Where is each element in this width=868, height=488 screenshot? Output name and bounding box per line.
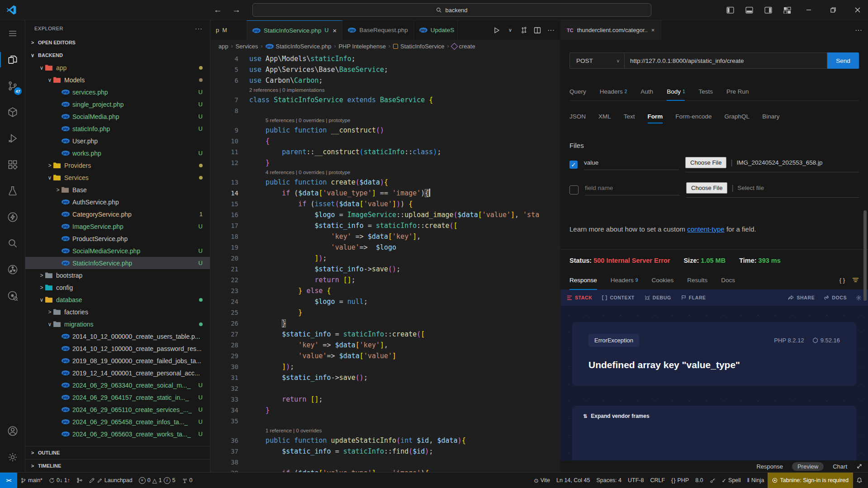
tree-file[interactable]: phpSocialMediaService.phpU <box>25 245 210 257</box>
ignition-docs-button[interactable]: DOCS <box>824 295 847 300</box>
editor-more-actions[interactable]: ··· <box>545 24 557 36</box>
toggle-sidebar-icon[interactable] <box>722 3 738 17</box>
open-changes-icon[interactable] <box>518 24 530 36</box>
tree-file[interactable]: php2024_06_29_065458_create_infos_ta..._… <box>25 416 210 428</box>
key-button[interactable] <box>707 473 719 488</box>
testing-icon[interactable] <box>0 178 25 204</box>
request-tab[interactable]: Headers2 <box>600 82 627 100</box>
cursor-position[interactable]: Ln 14, Col 45 <box>553 473 593 488</box>
tree-folder[interactable]: ∨Services <box>25 171 210 184</box>
run-code-button[interactable] <box>491 24 503 36</box>
run-debug-icon[interactable] <box>0 125 25 152</box>
content-type-link[interactable]: content-type <box>687 225 725 233</box>
ignition-tab-debug[interactable]: DEBUG <box>645 295 671 300</box>
explorer-icon[interactable] <box>0 47 25 73</box>
editor-tab[interactable]: phpBaseRequest.php <box>342 20 413 40</box>
timeline-section[interactable]: > TIMELINE <box>25 459 210 472</box>
format-json-icon[interactable]: { } <box>840 277 845 284</box>
toggle-secondary-sidebar-icon[interactable] <box>760 3 776 17</box>
tree-file[interactable]: php2014_10_12_100000_create_password_res… <box>25 342 210 355</box>
tree-file[interactable]: phpAuthService.php <box>25 196 210 208</box>
gitlens-icon[interactable] <box>0 283 25 309</box>
ignition-share-button[interactable]: SHARE <box>788 295 815 300</box>
tree-folder[interactable]: ∨migrations <box>25 318 210 330</box>
tree-file[interactable]: phpsingle_project.phpU <box>25 98 210 110</box>
filter-lines-icon[interactable] <box>852 277 859 283</box>
open-editors-section[interactable]: > OPEN EDITORS <box>25 36 210 49</box>
tree-file[interactable]: phpProductService.php <box>25 232 210 245</box>
breadcrumb-item[interactable]: StaticInfoService <box>393 43 445 50</box>
tree-file[interactable]: phpCategoryService.php1 <box>25 208 210 220</box>
tree-file[interactable]: phpStaticInfoService.phpU <box>25 257 210 269</box>
tree-folder[interactable]: ∨Models <box>25 74 210 86</box>
tree-folder[interactable]: >Base <box>25 184 210 196</box>
tree-file[interactable]: phpSocialMedia.phpU <box>25 110 210 123</box>
workspace-root-section[interactable]: ∨ BACKEND <box>25 49 210 62</box>
preview-tab-response[interactable]: Response <box>751 462 788 471</box>
vite-indicator[interactable]: ⊙Vite <box>531 473 553 488</box>
preview-tab-preview[interactable]: Preview <box>792 462 824 471</box>
explorer-more-actions[interactable]: ··· <box>195 25 203 32</box>
package-explorer-icon[interactable] <box>0 99 25 125</box>
language-mode[interactable]: { }PHP <box>668 473 692 488</box>
split-editor-icon[interactable] <box>531 24 543 36</box>
tree-file[interactable]: php2019_08_19_000000_create_failed_jobs_… <box>25 355 210 367</box>
breadcrumb-item[interactable]: phpStaticInfoService.php <box>266 43 332 50</box>
preview-tab-chart[interactable]: Chart <box>827 462 853 471</box>
php-version-indicator[interactable]: 8.0 <box>692 473 706 488</box>
close-icon[interactable]: × <box>333 27 337 34</box>
body-type-tab[interactable]: Form-encode <box>675 107 711 125</box>
editor-tab[interactable]: phpStaticInfoService.phpU× <box>247 20 342 40</box>
url-input[interactable]: http://127.0.0.1:8000/api/static_info/cr… <box>625 52 827 69</box>
encoding-indicator[interactable]: UTF-8 <box>625 473 647 488</box>
breadcrumb-item[interactable]: PHP Intelephense <box>338 43 386 50</box>
branch-indicator[interactable]: main* <box>17 473 46 488</box>
choose-file-button[interactable]: Choose File <box>686 182 727 194</box>
thunder-client-icon[interactable] <box>0 204 25 230</box>
panel-more-actions[interactable]: ··· <box>853 24 864 36</box>
request-tab[interactable]: Auth <box>640 82 653 100</box>
response-tab[interactable]: Response <box>569 270 597 289</box>
panel-scrollbar[interactable] <box>863 210 867 301</box>
body-type-tab[interactable]: Form <box>648 107 663 125</box>
request-tab[interactable]: Query <box>569 82 586 100</box>
eol-indicator[interactable]: CRLF <box>647 473 668 488</box>
tree-file[interactable]: phpImageService.phpU <box>25 220 210 232</box>
body-type-tab[interactable]: GraphQL <box>725 107 750 125</box>
tree-folder[interactable]: >factories <box>25 306 210 318</box>
request-tab[interactable]: Body1 <box>667 82 685 100</box>
run-dropdown-chevron-icon[interactable]: ∨ <box>504 24 516 36</box>
git-graph-icon[interactable] <box>0 256 25 283</box>
request-tab[interactable]: Pre Run <box>726 82 749 100</box>
tree-folder[interactable]: >config <box>25 281 210 294</box>
field-name-input[interactable]: value <box>584 159 679 170</box>
launchpad-button[interactable]: Launchpad <box>86 473 136 488</box>
response-tab[interactable]: Cookies <box>651 270 674 289</box>
remote-indicator[interactable]: >< <box>0 473 17 488</box>
tree-file[interactable]: php2019_12_14_000001_create_personal_acc… <box>25 367 210 379</box>
spell-checker[interactable]: ✓Spell <box>719 473 744 488</box>
accounts-icon[interactable] <box>0 418 25 444</box>
ignition-tab-context[interactable]: CONTEXT <box>602 295 634 300</box>
tree-file[interactable]: php2024_06_29_064157_create_static_in...… <box>25 391 210 403</box>
breadcrumb-item[interactable]: create <box>452 43 475 50</box>
source-control-icon[interactable]: 47 <box>0 73 25 99</box>
checkbox[interactable] <box>569 185 579 194</box>
git-graph-button[interactable] <box>73 473 86 488</box>
checkbox[interactable]: ✓ <box>569 161 578 169</box>
codelens-label[interactable]: 1 reference | 0 overrides <box>210 426 560 435</box>
body-type-tab[interactable]: Text <box>624 107 635 125</box>
outline-section[interactable]: > OUTLINE <box>25 446 210 459</box>
tree-file[interactable]: phpservices.phpU <box>25 86 210 98</box>
tree-file[interactable]: php2024_06_29_065110_create_services_...… <box>25 403 210 416</box>
layout-customize-icon[interactable] <box>779 3 795 17</box>
close-icon[interactable]: × <box>651 27 655 33</box>
close-button[interactable] <box>847 0 868 20</box>
field-name-input[interactable]: field name <box>585 185 680 195</box>
tabnine-signin-badge[interactable]: Tabnine: Sign-in is required <box>768 473 853 488</box>
tree-folder[interactable]: ∨database <box>25 294 210 306</box>
ninja-indicator[interactable]: ‖Ninja <box>744 473 768 488</box>
editor-tab[interactable]: pM <box>210 20 247 40</box>
response-tab[interactable]: Results <box>687 270 707 289</box>
body-type-tab[interactable]: Binary <box>762 107 779 125</box>
